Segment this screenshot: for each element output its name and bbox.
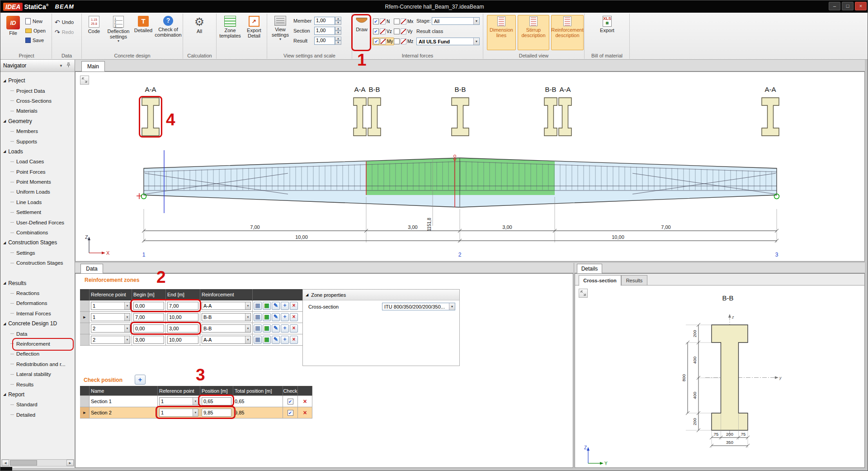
reference-point-dropdown[interactable]: 1▼ — [159, 409, 198, 417]
nav-item-detailed[interactable]: Detailed — [0, 410, 75, 420]
zone-template-button[interactable]: ▦ — [263, 324, 271, 333]
tab-data[interactable]: Data — [80, 264, 103, 273]
close-button[interactable]: × — [855, 2, 867, 10]
tab-main[interactable]: Main — [81, 61, 105, 71]
checkbox-mz[interactable] — [394, 38, 400, 44]
reference-point-dropdown[interactable]: 2▼ — [91, 324, 130, 333]
reinforcement-description-toggle[interactable]: Reinforcement description — [551, 15, 584, 50]
beam-drawing[interactable]: A-AA-AB-BB-BB-BA-AA-A — [75, 72, 864, 261]
check-of-combination-button[interactable]: ? Check of combination — [155, 15, 181, 50]
check-checkbox[interactable]: ✔ — [288, 399, 293, 404]
pin-icon[interactable] — [65, 62, 72, 69]
nav-item-load-cases[interactable]: Load Cases — [0, 157, 75, 167]
tab-cross-section[interactable]: Cross-section — [579, 275, 621, 286]
zone-detail-button[interactable]: ▦ — [254, 313, 262, 321]
row-selector[interactable] — [80, 334, 90, 346]
export-bill-button[interactable]: XLS▤ Export — [596, 15, 618, 49]
zone-add-button[interactable]: + — [281, 302, 289, 310]
force-toggle-mz[interactable]: Mz — [393, 38, 414, 45]
zone-delete-button[interactable]: × — [290, 324, 298, 333]
zone-delete-button[interactable]: × — [290, 302, 298, 310]
deflection-settings-button[interactable]: 123 Deflection settings ▾ — [105, 15, 132, 50]
begin-input[interactable]: 0,00 — [133, 324, 164, 333]
nav-item-members[interactable]: Members — [0, 126, 75, 136]
cross-section-glyph[interactable] — [142, 98, 159, 136]
new-button[interactable]: New — [24, 17, 50, 25]
end-input[interactable]: 3,00 — [167, 324, 198, 333]
scroll-right-icon[interactable]: ► — [66, 460, 74, 466]
zone-add-button[interactable]: + — [281, 313, 289, 321]
begin-input[interactable]: 0,00 — [133, 302, 164, 310]
maximize-button[interactable]: □ — [842, 2, 854, 10]
cross-section-dropdown[interactable]: ITU 800/350/200/200/350...▼ — [382, 303, 455, 310]
row-selector[interactable]: ► — [80, 312, 90, 323]
draw-button[interactable]: Draw — [353, 15, 370, 50]
nav-item-redistribution-and-r[interactable]: Redistribution and r... — [0, 359, 75, 369]
nav-section-geometry[interactable]: ◢Geometry — [0, 116, 75, 126]
nav-section-results[interactable]: ◢Results — [0, 278, 75, 288]
cross-section-glyph[interactable] — [452, 98, 469, 136]
end-input[interactable]: 10,00 — [167, 336, 198, 344]
row-selector[interactable] — [80, 323, 90, 334]
nav-item-line-loads[interactable]: Line Loads — [0, 197, 75, 207]
selected-reinforcement-zone[interactable] — [366, 158, 555, 195]
cross-section-glyph[interactable] — [559, 98, 571, 136]
fit-view-button[interactable] — [80, 76, 89, 85]
nav-section-report[interactable]: ◢Report — [0, 390, 75, 400]
navigator-horizontal-scrollbar[interactable]: ◄ ► — [1, 459, 74, 466]
nav-item-project-data[interactable]: Project Data — [0, 86, 75, 95]
begin-input[interactable]: 3,00 — [133, 336, 164, 344]
reference-point-dropdown[interactable]: 1▼ — [159, 397, 198, 405]
tab-results[interactable]: Results — [621, 275, 647, 285]
cross-section-glyph[interactable] — [544, 98, 557, 136]
spinner-up-icon[interactable]: ▲ — [335, 37, 341, 41]
nav-item-results[interactable]: Results — [0, 379, 75, 389]
zone-edit-button[interactable]: ✎ — [272, 302, 280, 310]
nav-item-point-forces[interactable]: Point Forces — [0, 167, 75, 177]
row-selector[interactable] — [80, 396, 90, 407]
tab-details[interactable]: Details — [577, 264, 602, 273]
calculate-all-button[interactable]: ⚙ All — [189, 15, 209, 49]
nav-item-point-moments[interactable]: Point Moments — [0, 177, 75, 187]
result-scale-spinner[interactable]: 1,00▲▼ — [314, 37, 341, 45]
stage-dropdown[interactable]: All▼ — [432, 17, 480, 25]
reinforcement-dropdown[interactable]: B-B▼ — [202, 324, 251, 333]
save-button[interactable]: Save — [24, 36, 50, 44]
nav-item-deformations[interactable]: Deformations — [0, 298, 75, 308]
force-toggle-mx[interactable]: Mx — [393, 18, 414, 25]
reinforcement-dropdown[interactable]: A-A▼ — [202, 336, 251, 344]
nav-item-internal-forces[interactable]: Internal Forces — [0, 309, 75, 319]
export-detail-button[interactable]: ↗ Export Detail — [243, 15, 265, 50]
cross-section-glyph[interactable] — [762, 98, 779, 136]
file-button[interactable]: ID File — [4, 15, 22, 48]
position-input[interactable]: 9,85 — [202, 409, 231, 417]
reinforcement-dropdown[interactable]: A-A▼ — [202, 302, 251, 310]
spinner-up-icon[interactable]: ▲ — [335, 27, 341, 31]
member-scale-spinner[interactable]: 1,00▲▼ — [314, 17, 341, 25]
zone-edit-button[interactable]: ✎ — [272, 336, 280, 344]
section-scale-spinner[interactable]: 1,00▲▼ — [314, 27, 341, 35]
zone-template-button[interactable]: ▦ — [263, 313, 271, 321]
navigator-dropdown-icon[interactable]: ▼ — [57, 62, 65, 69]
zone-add-button[interactable]: + — [281, 336, 289, 344]
nav-section-loads[interactable]: ◢Loads — [0, 147, 75, 157]
zone-templates-button[interactable]: Zone templates — [218, 15, 242, 50]
zone-properties-header[interactable]: ◢Zone properties — [303, 290, 459, 300]
zone-delete-button[interactable]: × — [290, 313, 298, 321]
force-toggle-n[interactable]: ✔N — [372, 18, 391, 25]
stirrup-description-toggle[interactable]: Stirrup description — [518, 15, 549, 50]
cross-section-glyph[interactable] — [368, 98, 381, 136]
add-check-position-button[interactable]: + — [135, 375, 146, 385]
nav-section-construction-stages[interactable]: ◢Construction Stages — [0, 238, 75, 247]
dimension-lines-toggle[interactable]: Dimension lines — [487, 15, 516, 50]
nav-item-combinations[interactable]: Combinations — [0, 228, 75, 238]
delete-check-button[interactable]: × — [303, 409, 307, 416]
nav-item-deflection[interactable]: Deflection — [0, 349, 75, 359]
nav-item-cross-sections[interactable]: Cross-Sections — [0, 96, 75, 106]
begin-input[interactable]: 7,00 — [133, 313, 164, 321]
fit-view-button[interactable] — [579, 289, 588, 298]
end-input[interactable]: 7,00 — [167, 302, 198, 310]
zone-detail-button[interactable]: ▦ — [254, 324, 262, 333]
checkbox-vz[interactable]: ✔ — [373, 29, 379, 34]
check-checkbox[interactable]: ✔ — [288, 410, 293, 416]
